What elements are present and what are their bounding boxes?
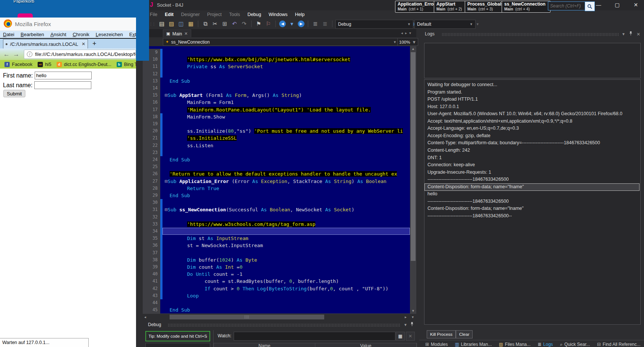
line-number[interactable]: 36 xyxy=(143,242,160,249)
editor-tab-main[interactable]: ▣ Main ✕ xyxy=(163,29,191,38)
code-line-33[interactable]: 33 'https://www.w3schools.com/tags/tag_f… xyxy=(143,221,410,228)
line-number[interactable]: 44 xyxy=(143,299,160,306)
save-icon[interactable]: ◫ xyxy=(177,20,185,27)
code-line-29[interactable]: 29End Sub xyxy=(143,192,410,199)
debug-panel-pin-icon[interactable] xyxy=(410,322,414,327)
bookmark-icon[interactable]: ⚑ xyxy=(255,20,262,27)
indent-icon[interactable]: ≣ xyxy=(312,20,319,27)
code-line-17[interactable]: 17 'MainForm.RootPane.LoadLayout("Layout… xyxy=(143,106,410,113)
code-line-36[interactable]: 36 st = NewSocket.InputStream xyxy=(143,242,410,249)
code-line-14[interactable]: 14 xyxy=(143,85,410,92)
cut-icon[interactable]: ✂ xyxy=(211,20,219,27)
line-number[interactable]: 41 xyxy=(143,278,160,285)
firefox-menu-lesezeichen[interactable]: Lesezeichen xyxy=(96,32,123,37)
b4j-menu-windows[interactable]: Windows xyxy=(269,12,288,17)
firefox-titlebar[interactable]: Mozilla Firefox xyxy=(0,18,136,31)
first-name-input[interactable] xyxy=(35,72,92,79)
line-number[interactable]: 35 xyxy=(143,235,160,242)
line-number[interactable]: 34 xyxy=(143,228,160,235)
recycle-bin-label[interactable]: Papierkorb xyxy=(13,0,34,3)
back-icon[interactable]: ← xyxy=(3,51,10,58)
line-number[interactable]: 27 xyxy=(143,178,160,185)
line-number[interactable]: 37 xyxy=(143,249,160,256)
bookmark-item[interactable]: Facebook xyxy=(12,62,32,67)
code-line-13[interactable]: 13End Sub xyxy=(143,78,410,85)
line-number[interactable]: 23 xyxy=(143,149,160,156)
line-number[interactable]: 15 xyxy=(143,92,160,99)
code-line-30[interactable]: 30 xyxy=(143,199,410,206)
line-number[interactable]: 11 xyxy=(143,63,160,70)
line-number[interactable]: 39 xyxy=(143,264,160,271)
code-line-42[interactable]: 42 If count > 0 Then Log(BytesToString(b… xyxy=(143,285,410,292)
copy-icon[interactable]: ⧉ xyxy=(202,20,209,27)
firefox-menu-ansicht[interactable]: Ansicht xyxy=(50,32,66,37)
logs-panel-menu-icon[interactable]: ▼ xyxy=(622,32,625,36)
bottom-tab-logs[interactable]: ≣Logs xyxy=(538,341,553,347)
firefox-tab[interactable]: /C:/Users/markus.rauch.LOCAL ✕ xyxy=(3,39,88,48)
tab-scroll-arrows[interactable]: ◂▸▾ xyxy=(401,31,413,35)
logs-panel-close-icon[interactable]: ✕ xyxy=(637,32,640,37)
line-number[interactable]: 42 xyxy=(143,285,160,292)
bottom-tab-files-mana-[interactable]: ▨Files Mana... xyxy=(499,341,530,347)
navigate-back-icon[interactable]: ◀ xyxy=(279,20,286,27)
quick-nav-appstart[interactable]: AppStartMain (ctrl + 2) xyxy=(434,1,467,13)
code-line-35[interactable]: 35 Dim st As InputStream xyxy=(143,235,410,242)
b4j-menu-help[interactable]: Help xyxy=(295,12,304,17)
line-number[interactable]: 22 xyxy=(143,142,160,149)
debug-panel-menu-icon[interactable]: ▼ xyxy=(404,323,407,327)
bookmark-item[interactable]: dict.cc Englisch-Deut... xyxy=(64,62,111,67)
firefox-menu-datei[interactable]: Datei xyxy=(3,32,14,37)
code-line-37[interactable]: 37 xyxy=(143,249,410,256)
url-bar[interactable]: i file:///C:/Users/markus.rauch.LOCAL/De… xyxy=(24,50,136,59)
outdent-icon[interactable]: ≣ xyxy=(321,20,329,27)
open-project-icon[interactable]: ▨ xyxy=(168,20,175,27)
code-line-18[interactable]: 18 MainForm.Show xyxy=(143,113,410,120)
toolbar-overflow-icon[interactable]: ▼ xyxy=(476,22,479,26)
paste-icon[interactable]: ⊞ xyxy=(221,20,228,27)
evaluate-icon[interactable]: ▦ xyxy=(396,332,405,341)
b4j-menu-tools[interactable]: Tools xyxy=(229,12,240,17)
horizontal-scroll-thumb[interactable]: |||| xyxy=(170,315,324,319)
code-line-16[interactable]: 16 MainForm = Form1 xyxy=(143,99,410,106)
line-number[interactable]: 45 xyxy=(143,306,160,313)
line-number[interactable]: 17 xyxy=(143,106,160,113)
editor-zoom-dropdown[interactable]: 100% ▼ xyxy=(397,38,418,46)
remove-bookmark-icon[interactable]: ⚐ xyxy=(265,20,272,27)
firefox-menu-bearbeiten[interactable]: Bearbeiten xyxy=(20,32,44,37)
logs-filter-box[interactable] xyxy=(424,43,641,78)
sub-selector-dropdown[interactable]: ✦ ss_NewConnection ▼ xyxy=(163,38,399,46)
code-line-19[interactable]: 19 xyxy=(143,120,410,127)
line-number[interactable]: 38 xyxy=(143,256,160,264)
b4j-menu-project[interactable]: Project xyxy=(207,12,222,17)
line-number[interactable]: 25 xyxy=(143,163,160,170)
page-info-icon[interactable]: i xyxy=(27,51,32,57)
code-line-12[interactable]: 12 xyxy=(143,70,410,78)
code-line-11[interactable]: 11 Private ss As ServerSocket xyxy=(143,63,410,70)
line-number[interactable]: 31 xyxy=(143,206,160,213)
new-tab-button[interactable]: + xyxy=(92,40,97,48)
clear-watch-icon[interactable]: ✕ xyxy=(406,332,415,341)
code-line-25[interactable]: 25 xyxy=(143,163,410,170)
b4j-menu-designer[interactable]: Designer xyxy=(181,12,200,17)
code-line-32[interactable]: 32 xyxy=(143,214,410,221)
forward-icon[interactable]: → xyxy=(13,51,19,58)
b4j-menu-debug[interactable]: Debug xyxy=(247,12,261,17)
code-line-28[interactable]: 28 Return True xyxy=(143,185,410,192)
line-number[interactable]: 28 xyxy=(143,185,160,192)
code-line-40[interactable]: 40 Do Until count = -1 xyxy=(143,271,410,278)
navigate-forward-icon[interactable]: ▶ xyxy=(298,20,304,27)
code-line-21[interactable]: 21 'ss.InitializeSSL xyxy=(143,135,410,142)
quick-nav-ss_newconnection[interactable]: ss_NewConnectionMain (ctrl + 4) xyxy=(502,1,550,13)
search-input[interactable] xyxy=(548,1,587,10)
code-line-15[interactable]: 15⊟Sub AppStart (Form1 As Form, Args() A… xyxy=(143,92,410,99)
quick-nav-process_globals[interactable]: Process_GlobalsMain (ctrl + 3) xyxy=(465,1,505,13)
code-line-23[interactable]: 23 xyxy=(143,149,410,156)
code-line-34[interactable]: 34 xyxy=(143,228,410,235)
logs-panel-grip[interactable] xyxy=(442,33,619,36)
line-number[interactable]: 40 xyxy=(143,271,160,278)
kill-process-button[interactable]: Kill Process xyxy=(427,330,456,338)
scroll-down-icon[interactable]: ▼ xyxy=(410,309,416,313)
new-file-icon[interactable]: ▤ xyxy=(158,20,165,27)
line-number[interactable]: 43 xyxy=(143,292,160,299)
code-line-9[interactable]: 9 xyxy=(143,49,410,56)
